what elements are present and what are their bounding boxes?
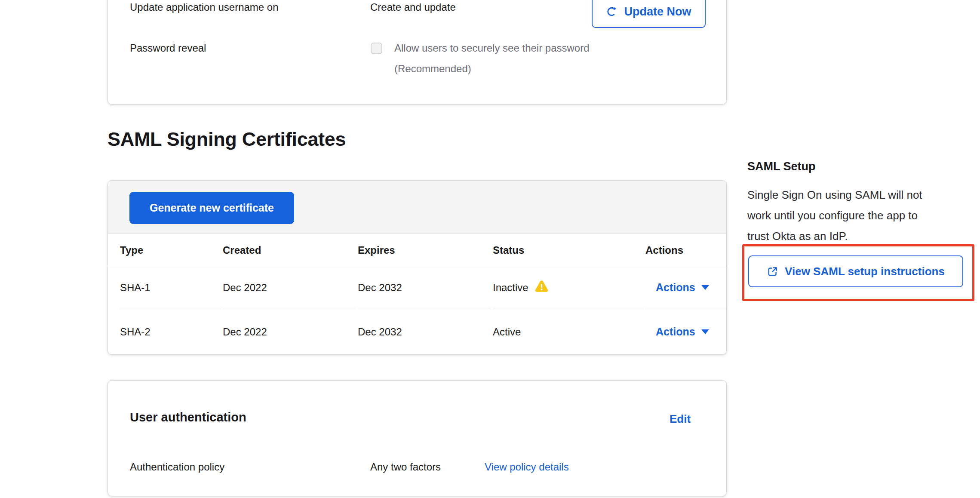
cert-created-cell: Dec 2022 bbox=[223, 266, 356, 309]
refresh-icon bbox=[606, 6, 617, 17]
cert-status-cell: Inactive bbox=[493, 266, 644, 309]
certificates-table-header: Type Created Expires Status Actions bbox=[108, 234, 726, 266]
authentication-policy-value: Any two factors bbox=[370, 460, 441, 474]
page: Update application username on Create an… bbox=[0, 0, 980, 498]
generate-certificate-button[interactable]: Generate new certificate bbox=[129, 192, 294, 224]
app-settings-card: Update application username on Create an… bbox=[108, 0, 727, 105]
column-header-type: Type bbox=[120, 244, 221, 256]
cert-expires-cell: Dec 2032 bbox=[358, 266, 491, 309]
status-text: Inactive bbox=[493, 282, 528, 294]
saml-certificates-card: Generate new certificate Type Created Ex… bbox=[108, 180, 727, 355]
cert-type-cell: SHA-1 bbox=[120, 266, 221, 309]
view-saml-setup-instructions-label: View SAML setup instructions bbox=[785, 265, 945, 278]
password-reveal-checkbox[interactable] bbox=[371, 43, 382, 54]
password-reveal-checkbox-text: Allow users to securely see their passwo… bbox=[394, 41, 590, 55]
update-now-button[interactable]: Update Now bbox=[592, 0, 706, 28]
table-row: SHA-2 Dec 2022 Dec 2032 Active Actions bbox=[108, 309, 726, 354]
description-line: work until you configure the app to bbox=[747, 205, 971, 226]
password-reveal-label: Password reveal bbox=[130, 41, 206, 55]
actions-label: Actions bbox=[656, 326, 695, 338]
saml-setup-description: Single Sign On using SAML will not work … bbox=[747, 184, 971, 246]
description-line: trust Okta as an IdP. bbox=[747, 226, 971, 246]
authentication-policy-label: Authentication policy bbox=[130, 460, 224, 474]
cert-actions-cell: Actions bbox=[645, 309, 726, 354]
username-update-label: Update application username on bbox=[130, 0, 279, 14]
user-authentication-title: User authentication bbox=[130, 410, 246, 424]
warning-icon bbox=[535, 279, 549, 296]
column-header-created: Created bbox=[223, 244, 356, 256]
column-header-status: Status bbox=[493, 244, 644, 256]
cert-status-cell: Active bbox=[493, 309, 644, 354]
column-header-actions: Actions bbox=[645, 244, 726, 256]
caret-down-icon bbox=[701, 285, 709, 290]
actions-dropdown[interactable]: Actions bbox=[656, 281, 709, 294]
table-row: SHA-1 Dec 2022 Dec 2032 Inactive Actions bbox=[108, 266, 726, 309]
view-policy-details-link[interactable]: View policy details bbox=[485, 460, 569, 474]
user-authentication-card: User authentication Edit Authentication … bbox=[108, 380, 727, 496]
actions-dropdown[interactable]: Actions bbox=[656, 326, 709, 338]
password-reveal-checkbox-note: (Recommended) bbox=[394, 62, 471, 76]
view-saml-setup-instructions-button[interactable]: View SAML setup instructions bbox=[748, 255, 963, 287]
page-title: SAML Signing Certificates bbox=[108, 128, 346, 151]
actions-label: Actions bbox=[656, 281, 695, 294]
cert-type-cell: SHA-2 bbox=[120, 309, 221, 354]
external-link-icon bbox=[767, 266, 778, 277]
cert-actions-cell: Actions bbox=[645, 266, 726, 309]
description-line: Single Sign On using SAML will not bbox=[747, 184, 971, 205]
saml-setup-title: SAML Setup bbox=[747, 159, 816, 174]
update-now-label: Update Now bbox=[624, 5, 691, 18]
cert-expires-cell: Dec 2032 bbox=[358, 309, 491, 354]
username-update-value: Create and update bbox=[370, 0, 456, 14]
status-text: Active bbox=[493, 326, 521, 338]
column-header-expires: Expires bbox=[358, 244, 491, 256]
caret-down-icon bbox=[701, 329, 709, 334]
cert-created-cell: Dec 2022 bbox=[223, 309, 356, 354]
edit-button[interactable]: Edit bbox=[670, 412, 691, 426]
certificates-toolbar: Generate new certificate bbox=[108, 181, 726, 234]
